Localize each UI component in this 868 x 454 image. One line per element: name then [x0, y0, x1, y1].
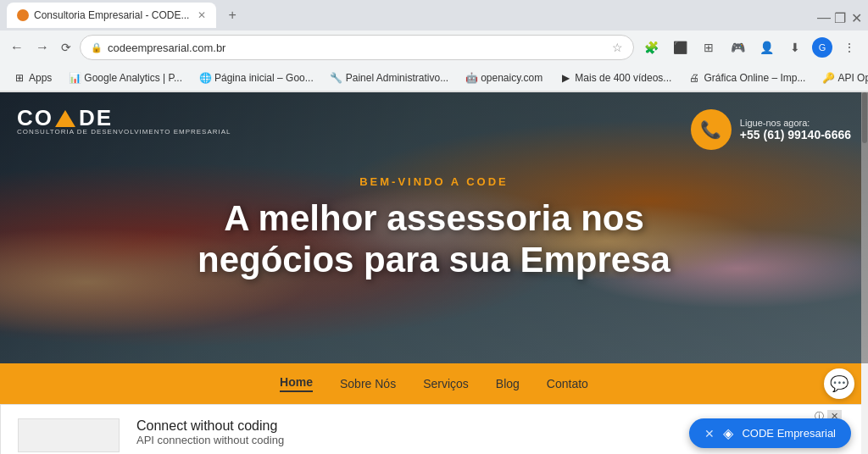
bookmark-analytics-label: Google Analytics | P...: [84, 72, 182, 84]
browser-icon-1[interactable]: ⬛: [668, 36, 692, 59]
browser-icon-4[interactable]: 👤: [754, 36, 778, 59]
analytics-icon: 📊: [69, 72, 81, 84]
bookmark-star-button[interactable]: ☆: [612, 41, 623, 54]
bookmark-openai-label: API OpenAI: [837, 72, 868, 84]
browser-chrome: Consultoria Empresarial - CODE... ✕ + — …: [0, 0, 868, 92]
phone-icon: 📞: [691, 109, 732, 150]
profile-button[interactable]: G: [812, 37, 832, 58]
bookmark-analytics[interactable]: 📊 Google Analytics | P...: [62, 69, 189, 86]
bookmark-mais400-label: Mais de 400 vídeos...: [575, 72, 671, 84]
maximize-button[interactable]: ❐: [834, 10, 844, 20]
bookmarks-bar: ⊞ Apps 📊 Google Analytics | P... 🌐 Págin…: [0, 64, 868, 91]
bookmark-pagina[interactable]: 🌐 Página inicial – Goo...: [192, 69, 320, 86]
bookmark-openaicy[interactable]: 🤖 openaicy.com: [459, 69, 549, 86]
ad-logo: [18, 418, 120, 452]
bookmark-openaicy-label: openaicy.com: [481, 72, 542, 84]
logo[interactable]: C O D E CONSULTORIA DE DESENVOLVIMENTO E…: [17, 105, 231, 136]
toolbar-icons: 🧩 ⬛ ⊞ 🎮 👤 ⬇ G ⋮: [639, 36, 861, 59]
hero-subtitle: BEM-VINDO A CODE: [359, 175, 509, 188]
painel-icon: 🔧: [331, 72, 342, 84]
bookmark-grafica-label: Gráfica Online – Imp...: [704, 72, 805, 84]
phone-label: Ligue-nos agora:: [740, 118, 851, 128]
logo-triangle: [55, 110, 75, 127]
logo-subtitle: CONSULTORIA DE DESENVOLVIMENTO EMPRESARI…: [17, 128, 231, 136]
tab-title: Consultoria Empresarial - CODE...: [34, 9, 189, 21]
new-tab-button[interactable]: +: [221, 4, 242, 26]
url-text: codeempresarial.com.br: [108, 42, 607, 54]
navigation-bar: Home Sobre Nós Serviços Blog Contato 💬: [0, 363, 868, 404]
svg-point-0: [19, 11, 27, 19]
minimize-button[interactable]: —: [817, 10, 827, 20]
menu-button[interactable]: ⋮: [837, 36, 861, 59]
nav-contato[interactable]: Contato: [547, 377, 588, 390]
hero-section: C O D E CONSULTORIA DE DESENVOLVIMENTO E…: [0, 92, 868, 363]
grafica-icon: 🖨: [688, 72, 700, 84]
openai-icon: 🔑: [822, 72, 834, 84]
bookmark-pagina-label: Página inicial – Goo...: [214, 72, 314, 84]
bookmark-painel[interactable]: 🔧 Painel Administrativo...: [324, 69, 455, 86]
pagina-icon: 🌐: [199, 72, 211, 84]
chat-fab-icon: 💬: [830, 374, 849, 393]
bookmark-apps-label: Apps: [29, 72, 52, 84]
chat-widget-close-icon[interactable]: ✕: [704, 427, 715, 440]
nav-sobre[interactable]: Sobre Nós: [340, 377, 396, 390]
bookmark-grafica[interactable]: 🖨 Gráfica Online – Imp...: [682, 69, 812, 86]
tab-close-button[interactable]: ✕: [198, 9, 206, 21]
hero-title-line2: negócios para sua Empresa: [198, 240, 670, 280]
nav-servicos[interactable]: Serviços: [423, 377, 469, 390]
phone-number: +55 (61) 99140-6666: [740, 128, 851, 141]
title-bar-left: Consultoria Empresarial - CODE... ✕ +: [7, 3, 243, 28]
page-content: C O D E CONSULTORIA DE DESENVOLVIMENTO E…: [0, 92, 868, 454]
lock-icon: 🔒: [91, 42, 103, 53]
download-button[interactable]: ⬇: [783, 36, 807, 59]
nav-blog[interactable]: Blog: [496, 377, 520, 390]
mais400-icon: ▶: [559, 72, 571, 84]
chat-fab-button[interactable]: 💬: [824, 368, 854, 399]
hero-title: A melhor assessoria nos negócios para su…: [198, 198, 670, 280]
browser-tab[interactable]: Consultoria Empresarial - CODE... ✕: [7, 3, 216, 28]
window-controls: — ❐ ✕: [817, 10, 861, 20]
openaicy-icon: 🤖: [465, 72, 477, 84]
tab-favicon: [17, 9, 29, 21]
url-bar[interactable]: 🔒 codeempresarial.com.br ☆: [80, 35, 634, 60]
browser-icon-2[interactable]: ⊞: [697, 36, 721, 59]
bookmark-apps[interactable]: ⊞ Apps: [7, 69, 58, 86]
phone-badge[interactable]: 📞 Ligue-nos agora: +55 (61) 99140-6666: [691, 109, 851, 150]
reload-button[interactable]: ⟳: [58, 37, 75, 58]
apps-icon: ⊞: [14, 72, 25, 84]
back-button[interactable]: ←: [7, 36, 27, 58]
hero-title-line1: A melhor assessoria nos: [224, 198, 644, 238]
forward-button[interactable]: →: [32, 36, 53, 58]
browser-icon-3[interactable]: 🎮: [726, 36, 749, 59]
close-button[interactable]: ✕: [851, 10, 861, 20]
title-bar: Consultoria Empresarial - CODE... ✕ + — …: [0, 0, 868, 30]
bookmark-openai[interactable]: 🔑 API OpenAI: [815, 69, 868, 86]
bookmark-painel-label: Painel Administrativo...: [346, 72, 448, 84]
address-bar: ← → ⟳ 🔒 codeempresarial.com.br ☆ 🧩 ⬛ ⊞ 🎮…: [0, 30, 868, 64]
extensions-button[interactable]: 🧩: [639, 36, 663, 59]
phone-text: Ligue-nos agora: +55 (61) 99140-6666: [740, 118, 851, 141]
nav-home[interactable]: Home: [280, 375, 313, 392]
bookmark-mais400[interactable]: ▶ Mais de 400 vídeos...: [553, 69, 678, 86]
chat-widget-icon: ◈: [723, 425, 733, 441]
chat-widget-label: CODE Empresarial: [742, 427, 836, 440]
chat-widget[interactable]: ✕ ◈ CODE Empresarial: [689, 418, 851, 448]
